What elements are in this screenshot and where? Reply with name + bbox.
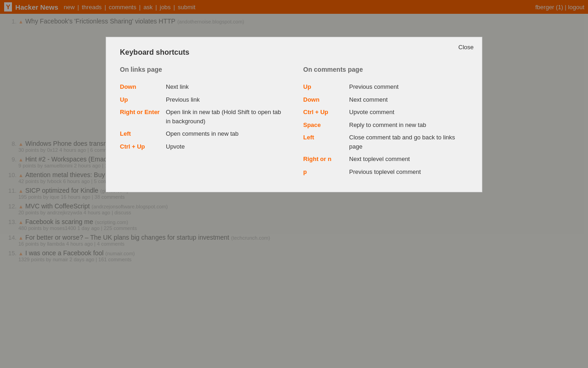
shortcut-key: Space: [303, 119, 349, 132]
links-section-title: On links page: [120, 66, 285, 73]
shortcut-row: DownNext comment: [303, 93, 468, 106]
shortcut-row: LeftOpen comments in new tab: [120, 127, 285, 140]
shortcut-key: p: [303, 166, 349, 178]
key-highlight: n: [328, 155, 331, 162]
shortcut-desc: Next toplevel comment: [349, 153, 468, 166]
shortcut-row: DownNext link: [120, 80, 285, 93]
key-highlight: Up: [303, 83, 311, 90]
modal-title: Keyboard shortcuts: [120, 48, 468, 57]
key-highlight: Right: [303, 155, 318, 162]
comments-section-title: On comments page: [303, 66, 468, 73]
key-highlight: Ctrl + Up: [120, 143, 145, 150]
shortcut-desc: Close comment tab and go back to links p…: [349, 131, 468, 153]
shortcut-row: UpPrevious comment: [303, 80, 468, 93]
shortcut-key: Down: [120, 80, 166, 93]
shortcut-desc: Upvote comment: [349, 106, 468, 119]
key-highlight: Enter: [144, 109, 159, 115]
shortcut-row: SpaceReply to comment in new tab: [303, 119, 468, 132]
key-highlight: p: [303, 168, 307, 175]
shortcut-row: pPrevious toplevel comment: [303, 166, 468, 178]
keyboard-shortcuts-modal: Keyboard shortcuts Close On links page D…: [106, 37, 482, 192]
shortcut-desc: Previous toplevel comment: [349, 166, 468, 178]
shortcut-key: Ctrl + Up: [303, 106, 349, 119]
shortcut-key: Left: [120, 127, 166, 140]
shortcut-desc: Upvote: [166, 140, 285, 153]
shortcut-row: Right or nNext toplevel comment: [303, 153, 468, 166]
links-shortcuts-table: DownNext linkUpPrevious linkRight or Ent…: [120, 80, 285, 153]
shortcut-key: Down: [303, 93, 349, 106]
shortcut-desc: Previous comment: [349, 80, 468, 93]
shortcut-desc: Next link: [166, 80, 285, 93]
comments-shortcuts-table: UpPrevious commentDownNext commentCtrl +…: [303, 80, 468, 178]
shortcut-row: LeftClose comment tab and go back to lin…: [303, 131, 468, 153]
shortcut-desc: Open link in new tab (Hold Shift to open…: [166, 106, 285, 127]
key-highlight: Left: [303, 134, 314, 141]
shortcut-key: Up: [120, 93, 166, 106]
shortcut-row: Ctrl + UpUpvote: [120, 140, 285, 153]
comments-page-col: On comments page UpPrevious commentDownN…: [303, 66, 468, 178]
shortcut-desc: Open comments in new tab: [166, 127, 285, 140]
links-page-col: On links page DownNext linkUpPrevious li…: [120, 66, 285, 178]
shortcut-key: Right or n: [303, 153, 349, 166]
close-button[interactable]: Close: [458, 44, 474, 51]
shortcut-key: Left: [303, 131, 349, 153]
shortcut-key: Right or Enter: [120, 106, 166, 127]
modal-columns: On links page DownNext linkUpPrevious li…: [120, 66, 468, 178]
key-highlight: Up: [120, 96, 128, 103]
key-highlight: Down: [303, 96, 319, 103]
key-highlight: Down: [120, 83, 136, 90]
shortcut-row: UpPrevious link: [120, 93, 285, 106]
shortcut-key: Ctrl + Up: [120, 140, 166, 153]
shortcut-desc: Reply to comment in new tab: [349, 119, 468, 132]
shortcut-desc: Next comment: [349, 93, 468, 106]
modal-overlay: Keyboard shortcuts Close On links page D…: [0, 0, 588, 267]
key-highlight: Ctrl + Up: [303, 109, 328, 115]
shortcut-row: Ctrl + UpUpvote comment: [303, 106, 468, 119]
shortcut-row: Right or EnterOpen link in new tab (Hold…: [120, 106, 285, 127]
key-highlight: Left: [120, 130, 131, 137]
key-highlight: Right: [120, 109, 135, 115]
shortcut-key: Up: [303, 80, 349, 93]
shortcut-desc: Previous link: [166, 93, 285, 106]
key-highlight: Space: [303, 121, 321, 128]
